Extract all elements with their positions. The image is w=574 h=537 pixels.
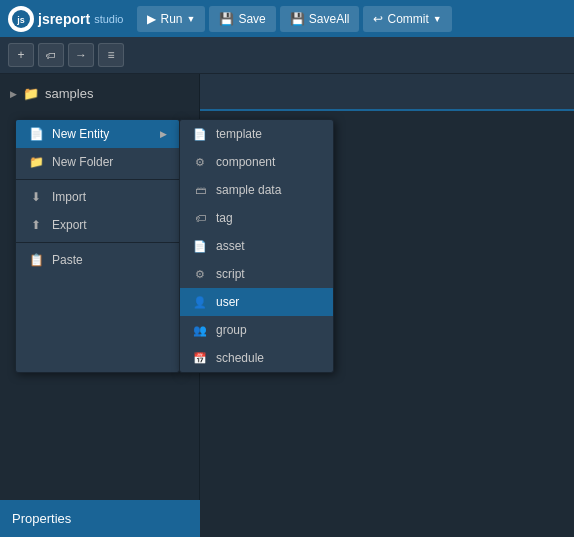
template-icon: 📄	[192, 128, 208, 141]
arrow-icon: →	[75, 48, 87, 62]
menu-item-export-label: Export	[52, 218, 87, 232]
submenu-item-sample-data-label: sample data	[216, 183, 281, 197]
menu-item-import-label: Import	[52, 190, 86, 204]
save-button[interactable]: 💾 Save	[209, 6, 275, 32]
paste-icon: 📋	[28, 253, 44, 267]
commit-label: Commit	[387, 12, 428, 26]
submenu-item-sample-data[interactable]: 🗃 sample data	[180, 176, 333, 204]
topbar: js jsreport studio ▶ Run ▼ 💾 Save 💾 Save…	[0, 0, 574, 37]
toolbar: + 🏷 → ≡	[0, 37, 574, 74]
user-icon: 👤	[192, 296, 208, 309]
add-icon: +	[17, 48, 24, 62]
import-icon: ⬇	[28, 190, 44, 204]
saveall-label: SaveAll	[309, 12, 350, 26]
menu-divider-2	[16, 242, 179, 243]
menu-item-paste-label: Paste	[52, 253, 83, 267]
submenu-item-user[interactable]: 👤 user	[180, 288, 333, 316]
sample-data-icon: 🗃	[192, 184, 208, 196]
submenu-item-component-label: component	[216, 155, 275, 169]
folder-icon: 📁	[23, 86, 39, 101]
submenu-item-tag[interactable]: 🏷 tag	[180, 204, 333, 232]
logo: js jsreport studio	[8, 6, 123, 32]
submenu-item-asset[interactable]: 📄 asset	[180, 232, 333, 260]
group-icon: 👥	[192, 324, 208, 337]
sidebar-arrow-icon: ▶	[10, 89, 17, 99]
run-arrow-icon: ▼	[187, 14, 196, 24]
submenu-item-user-label: user	[216, 295, 239, 309]
menu-item-export[interactable]: ⬆ Export	[16, 211, 179, 239]
properties-label: Properties	[12, 511, 71, 526]
menu-item-new-folder-label: New Folder	[52, 155, 113, 169]
submenu-item-asset-label: asset	[216, 239, 245, 253]
tag-icon: 🏷	[46, 50, 56, 61]
menu-item-new-entity-label: New Entity	[52, 127, 109, 141]
save-icon: 💾	[219, 12, 234, 26]
primary-context-menu: 📄 New Entity ▶ 📁 New Folder ⬇ Import ⬆ E…	[15, 119, 180, 373]
context-menu-container: 📄 New Entity ▶ 📁 New Folder ⬇ Import ⬆ E…	[15, 119, 334, 373]
svg-text:js: js	[16, 15, 25, 25]
commit-button[interactable]: ↩ Commit ▼	[363, 6, 451, 32]
menu-item-import[interactable]: ⬇ Import	[16, 183, 179, 211]
sidebar-item-samples[interactable]: ▶ 📁 samples	[0, 82, 199, 105]
tab-bar	[200, 74, 574, 111]
submenu-item-template[interactable]: 📄 template	[180, 120, 333, 148]
submenu-arrow-icon: ▶	[160, 129, 167, 139]
menu-item-new-entity[interactable]: 📄 New Entity ▶	[16, 120, 179, 148]
submenu-item-tag-label: tag	[216, 211, 233, 225]
menu-divider-1	[16, 179, 179, 180]
submenu-item-component[interactable]: ⚙ component	[180, 148, 333, 176]
menu-button[interactable]: ≡	[98, 43, 124, 67]
arrow-button[interactable]: →	[68, 43, 94, 67]
new-folder-icon: 📁	[28, 155, 44, 169]
sidebar: ▶ 📁 samples 📄 New Entity ▶ 📁 New Folder …	[0, 74, 200, 537]
saveall-icon: 💾	[290, 12, 305, 26]
commit-arrow-icon: ▼	[433, 14, 442, 24]
run-button[interactable]: ▶ Run ▼	[137, 6, 205, 32]
save-label: Save	[238, 12, 265, 26]
main-area: ▶ 📁 samples 📄 New Entity ▶ 📁 New Folder …	[0, 74, 574, 537]
logo-icon: js	[8, 6, 34, 32]
run-icon: ▶	[147, 12, 156, 26]
script-icon: ⚙	[192, 268, 208, 281]
logo-text: jsreport	[38, 11, 90, 27]
menu-item-new-folder[interactable]: 📁 New Folder	[16, 148, 179, 176]
hamburger-icon: ≡	[107, 48, 114, 62]
submenu-item-script-label: script	[216, 267, 245, 281]
secondary-context-menu: 📄 template ⚙ component 🗃 sample data 🏷 t…	[179, 119, 334, 373]
add-button[interactable]: +	[8, 43, 34, 67]
properties-bar: Properties	[0, 500, 200, 537]
saveall-button[interactable]: 💾 SaveAll	[280, 6, 360, 32]
submenu-item-schedule[interactable]: 📅 schedule	[180, 344, 333, 372]
tag-icon: 🏷	[192, 212, 208, 224]
commit-icon: ↩	[373, 12, 383, 26]
menu-item-paste[interactable]: 📋 Paste	[16, 246, 179, 274]
submenu-item-group-label: group	[216, 323, 247, 337]
tag-button[interactable]: 🏷	[38, 43, 64, 67]
component-icon: ⚙	[192, 156, 208, 169]
schedule-icon: 📅	[192, 352, 208, 365]
submenu-item-script[interactable]: ⚙ script	[180, 260, 333, 288]
run-label: Run	[160, 12, 182, 26]
export-icon: ⬆	[28, 218, 44, 232]
logo-studio-text: studio	[94, 13, 123, 25]
new-entity-icon: 📄	[28, 127, 44, 141]
asset-icon: 📄	[192, 240, 208, 253]
submenu-item-schedule-label: schedule	[216, 351, 264, 365]
sidebar-item-label: samples	[45, 86, 93, 101]
submenu-item-template-label: template	[216, 127, 262, 141]
submenu-item-group[interactable]: 👥 group	[180, 316, 333, 344]
